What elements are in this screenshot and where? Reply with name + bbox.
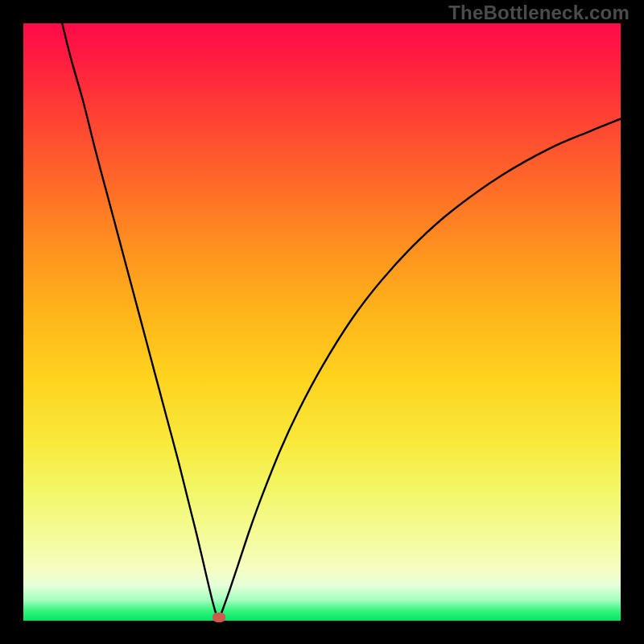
curve-right-arm [219,119,621,621]
bottleneck-curve [23,23,621,621]
chart-frame: TheBottleneck.com [0,0,644,644]
curve-left-arm [62,23,218,621]
plot-area [23,23,621,621]
watermark-text: TheBottleneck.com [448,2,630,24]
marker-dot [213,613,225,622]
